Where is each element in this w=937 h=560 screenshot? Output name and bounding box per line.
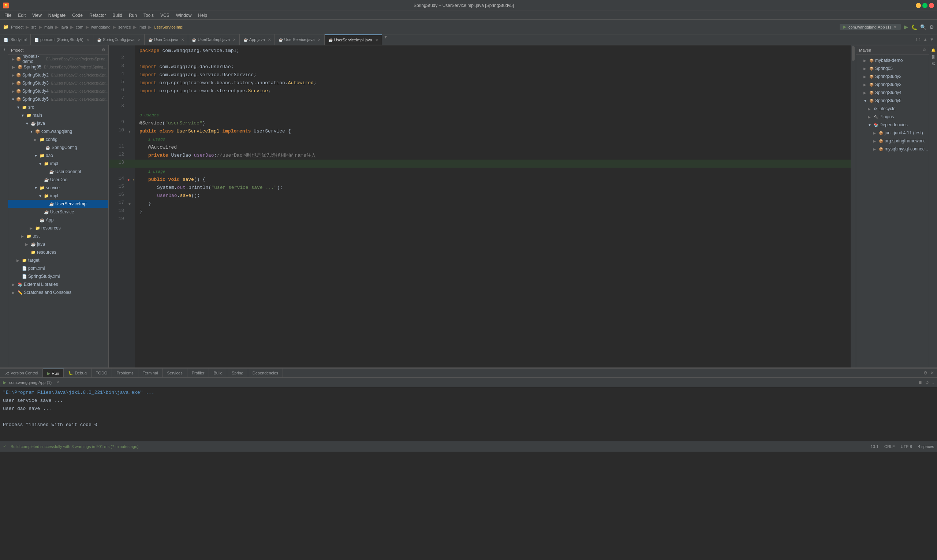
tab-spring[interactable]: Spring <box>227 369 248 377</box>
run-settings-icon[interactable]: ⚙ <box>923 371 928 375</box>
maven-deps[interactable]: ▼ 📚 Dependencies <box>856 121 929 129</box>
tree-item-userdao[interactable]: ▶ ☕ UserDao <box>8 176 108 184</box>
tree-item-test-java[interactable]: ▶ ☕ java <box>8 240 108 248</box>
menu-help[interactable]: Help <box>195 12 210 18</box>
cursor-position[interactable]: 13:1 <box>871 445 879 449</box>
database-icon[interactable]: 🗄 <box>931 55 935 59</box>
menu-refactor[interactable]: Refactor <box>86 12 109 18</box>
tabs-overflow[interactable]: ▼ <box>383 34 388 45</box>
toolbar-com[interactable]: com <box>76 25 83 29</box>
tree-item-app[interactable]: ▶ ☕ App <box>8 216 108 224</box>
tab-close-app[interactable]: ✕ <box>268 38 271 42</box>
toolbar-wangqiang[interactable]: wangqiang <box>91 25 111 29</box>
maven-springstudy3[interactable]: ▶ 📦 SpringStudy3 <box>856 80 929 89</box>
tree-item-comwangqiang[interactable]: ▼ 📦 com.wangqiang <box>8 128 108 135</box>
tree-item-userserviceimpl[interactable]: ▶ ☕ UserServiceImpl <box>8 200 108 208</box>
tree-item-java[interactable]: ▼ ☕ java <box>8 119 108 128</box>
tree-item-src[interactable]: ▼ 📁 src <box>8 103 108 111</box>
menu-vcs[interactable]: VCS <box>157 12 172 18</box>
tab-userserviceimpl[interactable]: ☕ UserServiceImpl.java ✕ <box>325 34 382 45</box>
tab-app[interactable]: ☕ App.java ✕ <box>240 34 275 45</box>
editor-scroll[interactable]: 2 3 4 5 6 7 8 9 10 11 12 13 14 15 <box>109 45 856 368</box>
tree-item-springstudy4[interactable]: ▶ 📦 SpringStudy4 E:\Users\BabyQ\IdeaProj… <box>8 87 108 95</box>
run-stop-icon[interactable]: ⏹ <box>918 380 922 385</box>
menu-code[interactable]: Code <box>69 12 86 18</box>
tab-dependencies[interactable]: Dependencies <box>248 369 283 377</box>
run-play-btn[interactable]: ▶ <box>3 380 6 385</box>
tab-userdaoimpl[interactable]: ☕ UserDaoImpl.java ✕ <box>188 34 239 45</box>
encoding[interactable]: UTF-8 <box>901 445 912 449</box>
tab-springconfig[interactable]: ☕ SpringConfig.java ✕ <box>93 34 145 45</box>
tab-services[interactable]: Services <box>163 369 187 377</box>
tree-item-test-resources[interactable]: ▶ 📁 resources <box>8 248 108 256</box>
tab-run[interactable]: ▶ Run <box>43 369 64 377</box>
tab-profiler[interactable]: Profiler <box>188 369 209 377</box>
toolbar-impl[interactable]: impl <box>139 25 146 29</box>
maven-mysql[interactable]: ▶ 📦 mysql:mysql-connec... <box>856 145 929 153</box>
toolbar-service[interactable]: service <box>118 25 131 29</box>
toolbar-src[interactable]: src <box>31 25 37 29</box>
tree-item-springxml[interactable]: ▶ 📄 SpringStudy.xml <box>8 272 108 280</box>
maximize-button[interactable] <box>922 3 928 8</box>
maven-springframework[interactable]: ▶ 📦 org.springframework <box>856 137 929 145</box>
run-close-btn[interactable]: ✕ <box>931 371 934 375</box>
notifications-icon[interactable]: 🔔 <box>931 48 935 52</box>
tree-item-config[interactable]: ▶ 📁 config <box>8 135 108 143</box>
maven-plugins[interactable]: ▶ 🔌 Plugins <box>856 113 929 121</box>
tree-item-userdaoimpl[interactable]: ▶ ☕ UserDaoImpl <box>8 168 108 176</box>
menu-edit[interactable]: Edit <box>15 12 29 18</box>
menu-build[interactable]: Build <box>109 12 125 18</box>
line-ending[interactable]: CRLF <box>884 445 895 449</box>
scroll-up-btn[interactable]: ▲ <box>923 37 928 42</box>
tree-item-dao[interactable]: ▼ 📁 dao <box>8 152 108 160</box>
run-restart-icon[interactable]: ↺ <box>925 380 929 385</box>
tree-item-service[interactable]: ▼ 📁 service <box>8 184 108 192</box>
run-tab-close[interactable]: ✕ <box>56 380 59 385</box>
code-editor[interactable]: package com.wangqiang.service.impl; impo… <box>135 45 851 368</box>
tab-debug[interactable]: 🐛 Debug <box>64 369 91 377</box>
tree-item-springstudy3[interactable]: ▶ 📦 SpringStudy3 E:\Users\BabyQ\IdeaProj… <box>8 79 108 87</box>
tree-item-main[interactable]: ▼ 📁 main <box>8 111 108 119</box>
fold-icon-17[interactable]: ▼ <box>128 202 131 206</box>
tree-item-springstudy5[interactable]: ▼ 📦 SpringStudy5 E:\Users\BabyQ\IdeaProj… <box>8 95 108 103</box>
tab-version-control[interactable]: ⎇ Version Control <box>0 369 43 377</box>
scroll-down-btn[interactable]: ▼ <box>930 37 934 42</box>
tree-item-spring05[interactable]: ▶ 📦 Spring05 E:\Users\BabyQ\IdeaProjects… <box>8 63 108 71</box>
tab-close-userservice[interactable]: ✕ <box>318 38 321 42</box>
toolbar-project[interactable]: Project <box>11 25 23 29</box>
scrollbar-thumb[interactable] <box>852 46 855 61</box>
tab-terminal[interactable]: Terminal <box>138 369 163 377</box>
fold-icon-10[interactable]: ▼ <box>128 129 131 134</box>
project-settings-icon[interactable]: ⚙ <box>102 48 105 52</box>
minimize-button[interactable] <box>916 3 921 8</box>
tree-item-userservice[interactable]: ▶ ☕ UserService <box>8 208 108 216</box>
run-button[interactable]: ▶ <box>904 23 908 31</box>
tab-userservice[interactable]: ☕ UserService.java ✕ <box>275 34 325 45</box>
tab-problems[interactable]: Problems <box>112 369 138 377</box>
editor-scrollbar[interactable] <box>851 45 856 368</box>
project-tool-icon[interactable]: ≡ <box>2 48 6 51</box>
tree-item-dao-impl[interactable]: ▼ 📁 impl <box>8 160 108 168</box>
tree-item-springconfig[interactable]: ▶ ☕ SpringConfig <box>8 143 108 152</box>
toolbar-settings-icon[interactable]: ⚙ <box>929 24 934 30</box>
run-config-selector[interactable]: ▶ com.wangqiang.App (1) ▼ <box>840 24 901 30</box>
tab-close-userserviceimpl[interactable]: ✕ <box>375 38 378 42</box>
tab-close-springconfig[interactable]: ✕ <box>138 38 140 42</box>
tab-todo[interactable]: TODO <box>91 369 112 377</box>
tree-item-service-impl[interactable]: ▼ 📁 impl <box>8 192 108 200</box>
tree-item-target[interactable]: ▶ 📁 target <box>8 256 108 264</box>
breakpoint-icon[interactable]: ● <box>127 177 129 182</box>
tree-item-mybatisdemo[interactable]: ▶ 📦 mybatis-demo E:\Users\BabyQ\IdeaProj… <box>8 55 108 63</box>
maven-junit[interactable]: ▶ 📦 junit:junit:4.11 (test) <box>856 129 929 137</box>
tab-build[interactable]: Build <box>209 369 227 377</box>
maven-side-icon[interactable]: M <box>931 62 935 65</box>
tree-item-resources[interactable]: ▶ 📁 resources <box>8 224 108 232</box>
tab-close-pom[interactable]: ✕ <box>86 38 89 42</box>
maven-springstudy2[interactable]: ▶ 📦 SpringStudy2 <box>856 72 929 80</box>
menu-run[interactable]: Run <box>126 12 140 18</box>
menu-navigate[interactable]: Navigate <box>45 12 68 18</box>
toolbar-current-file[interactable]: UserServiceImpl <box>154 25 183 29</box>
maven-settings-icon[interactable]: ⚙ <box>922 48 926 52</box>
tree-item-extlibs[interactable]: ▶ 📚 External Libraries <box>8 280 108 288</box>
tree-item-test[interactable]: ▶ 📁 test <box>8 232 108 240</box>
